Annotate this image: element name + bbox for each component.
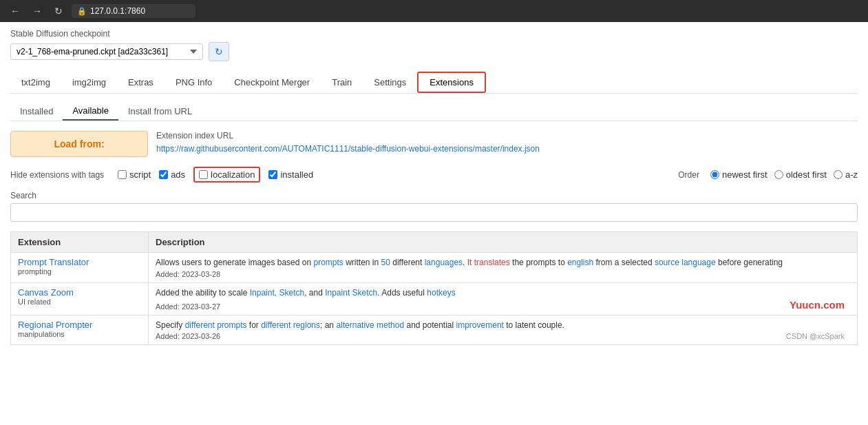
filter-section: Hide extensions with tags script ads loc…	[10, 167, 858, 183]
checkbox-ads[interactable]: ads	[159, 169, 185, 180]
tab-png-info[interactable]: PNG Info	[165, 72, 223, 93]
ext-desc-prompt-translator: Allows users to generate images based on…	[156, 257, 850, 269]
radio-a-z-label: a-z	[845, 169, 858, 180]
rp-span-4: ; an	[320, 320, 336, 330]
checkbox-localization-input[interactable]	[199, 170, 208, 179]
checkbox-ads-input[interactable]	[159, 170, 168, 179]
filter-label: Hide extensions with tags	[10, 170, 104, 180]
sub-tab-installed[interactable]: Installed	[10, 102, 63, 121]
lock-icon: 🔒	[77, 7, 87, 16]
ext-tag-regional-prompter: manipulations	[18, 330, 141, 338]
ext-date-canvas-zoom: Added: 2023-03-27	[156, 302, 220, 311]
ext-desc-cell-prompt-translator: Allows users to generate images based on…	[149, 253, 858, 283]
desc-span-9: english	[567, 258, 593, 267]
nav-tabs: txt2img img2img Extras PNG Info Checkpoi…	[10, 72, 858, 94]
rp-span-7: improvement	[456, 320, 504, 330]
radio-newest-first[interactable]: newest first	[710, 169, 768, 180]
desc-span-6: .	[463, 258, 467, 267]
order-label: Order	[678, 170, 699, 180]
rp-span-0: Specify	[156, 320, 185, 330]
rp-span-1: different prompts	[185, 320, 247, 330]
cz-span-0: Added the ability to scale	[156, 288, 250, 298]
search-input[interactable]	[10, 203, 858, 222]
ext-name-prompt-translator[interactable]: Prompt Translator	[18, 257, 141, 267]
checkbox-ads-label: ads	[171, 169, 185, 180]
checkpoint-label: Stable Diffusion checkpoint	[10, 29, 858, 39]
watermark-yuucn: Yuucn.com	[790, 299, 850, 311]
desc-span-4: different	[390, 258, 425, 267]
tab-settings[interactable]: Settings	[363, 72, 417, 93]
ext-name-regional-prompter[interactable]: Regional Prompter	[18, 320, 141, 330]
table-row: Prompt Translator prompting Allows users…	[11, 253, 858, 283]
tab-checkpoint-merger[interactable]: Checkpoint Merger	[223, 72, 321, 93]
ext-tag-canvas-zoom: UI related	[18, 298, 141, 306]
sub-tab-available[interactable]: Available	[63, 102, 118, 121]
radio-oldest-first-label: oldest first	[786, 169, 827, 180]
radio-a-z[interactable]: a-z	[834, 169, 858, 180]
desc-span-2: written in	[343, 258, 381, 267]
ext-name-cell: Canvas Zoom UI related	[11, 282, 149, 315]
nav-reload-button[interactable]: ↻	[51, 4, 66, 18]
load-section: Load from: Extension index URL https://r…	[10, 131, 858, 157]
desc-span-1: prompts	[313, 258, 343, 267]
load-from-button[interactable]: Load from:	[10, 131, 148, 157]
watermark2-csdn: CSDN @xcSpark	[786, 332, 850, 340]
checkbox-installed[interactable]: installed	[268, 169, 313, 180]
rp-span-3: different regions	[261, 320, 320, 330]
ext-desc-canvas-zoom: Added the ability to scale Inpaint, Sket…	[156, 287, 850, 299]
radio-newest-first-input[interactable]	[710, 170, 719, 179]
search-section: Search	[10, 191, 858, 222]
desc-span-0: Allows users to generate images based on	[156, 258, 313, 267]
table-row: Regional Prompter manipulations Specify …	[11, 315, 858, 345]
checkbox-script-label: script	[129, 169, 151, 180]
checkbox-installed-input[interactable]	[268, 170, 277, 179]
radio-a-z-input[interactable]	[834, 170, 843, 179]
ext-date-prompt-translator: Added: 2023-03-28	[156, 270, 850, 278]
extension-index-url[interactable]: https://raw.githubusercontent.com/AUTOMA…	[156, 144, 540, 154]
url-bar: 🔒 127.0.0.1:7860	[72, 4, 195, 18]
tab-train[interactable]: Train	[321, 72, 363, 93]
tab-img2img[interactable]: img2img	[61, 72, 117, 93]
ext-desc-cell-canvas-zoom: Added the ability to scale Inpaint, Sket…	[149, 282, 858, 315]
ext-name-canvas-zoom[interactable]: Canvas Zoom	[18, 287, 141, 298]
desc-span-12: before generating	[716, 258, 783, 267]
search-label: Search	[10, 191, 858, 200]
desc-span-8: the prompts to	[510, 258, 567, 267]
tab-extensions[interactable]: Extensions	[417, 72, 486, 93]
rp-span-2: for	[247, 320, 262, 330]
checkpoint-select[interactable]: v2-1_768-ema-pruned.ckpt [ad2a33c361]	[10, 43, 203, 60]
cz-span-5: hotkeys	[427, 288, 455, 298]
browser-bar: ← → ↻ 🔒 127.0.0.1:7860	[0, 0, 868, 22]
radio-newest-first-label: newest first	[722, 169, 768, 180]
desc-span-10: from a selected	[593, 258, 655, 267]
main-content: Stable Diffusion checkpoint v2-1_768-ema…	[0, 22, 868, 352]
cz-span-2: , and	[304, 288, 325, 298]
checkpoint-refresh-button[interactable]: ↻	[209, 42, 229, 61]
checkbox-installed-label: installed	[280, 169, 313, 180]
desc-span-3: 50	[381, 258, 390, 267]
url-label: Extension index URL	[156, 131, 858, 141]
tab-extras[interactable]: Extras	[117, 72, 165, 93]
nav-forward-button[interactable]: →	[29, 4, 45, 18]
checkbox-script-input[interactable]	[118, 170, 127, 179]
col-extension: Extension	[11, 232, 149, 253]
rp-span-5: alternative method	[336, 320, 404, 330]
localization-highlight-box: localization	[193, 167, 260, 183]
radio-oldest-first[interactable]: oldest first	[774, 169, 827, 180]
ext-desc-cell-regional-prompter: Specify different prompts for different …	[149, 315, 858, 345]
cz-span-3: Inpaint Sketch	[325, 288, 377, 298]
nav-back-button[interactable]: ←	[7, 4, 23, 18]
ext-tag-prompt-translator: prompting	[18, 267, 141, 276]
desc-span-5: languages	[425, 258, 463, 267]
checkpoint-row: v2-1_768-ema-pruned.ckpt [ad2a33c361] ↻	[10, 42, 858, 61]
tab-txt2img[interactable]: txt2img	[10, 72, 61, 93]
checkbox-script[interactable]: script	[118, 169, 151, 180]
desc-span-11: source language	[655, 258, 716, 267]
radio-oldest-first-input[interactable]	[774, 170, 783, 179]
desc-span-7: It translates	[467, 258, 510, 267]
checkbox-localization[interactable]: localization	[199, 169, 255, 180]
rp-span-8: to latent couple.	[504, 320, 564, 330]
ext-name-cell: Prompt Translator prompting	[11, 253, 149, 283]
ext-desc-regional-prompter: Specify different prompts for different …	[156, 320, 850, 331]
sub-tab-install-from-url[interactable]: Install from URL	[118, 102, 202, 121]
